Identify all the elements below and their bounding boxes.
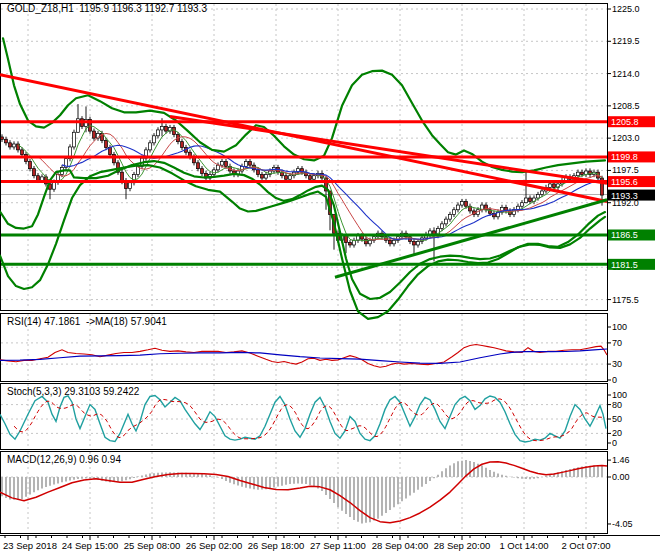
candle-body xyxy=(73,132,76,147)
rsi-axis-label: 100 xyxy=(612,322,627,332)
candle-body xyxy=(217,165,220,170)
candle-body xyxy=(249,162,252,166)
chart-title-ohlc: GOLD_Z18,H1 1195.9 1196.3 1192.7 1193.3 xyxy=(7,3,207,14)
candle-body xyxy=(225,162,228,167)
time-axis-label: 28 Sep 20:00 xyxy=(434,540,491,551)
candle-body xyxy=(417,241,420,245)
rsi-axis-label: 70 xyxy=(612,338,622,348)
rsi-indicator-label: RSI(14) 47.1861 ->MA(18) 57.9041 xyxy=(7,316,167,327)
candle-body xyxy=(21,150,24,155)
price-badge-label: 1195.6 xyxy=(611,177,638,187)
macd-axis-label: 1.46 xyxy=(612,455,630,465)
candle-body xyxy=(105,140,108,147)
price-axis-label: 1225.0 xyxy=(612,4,640,14)
candle-body xyxy=(529,198,532,202)
candle-body xyxy=(201,169,204,174)
candle-body xyxy=(313,176,316,180)
price-badge-label: 1199.8 xyxy=(611,152,638,162)
candle-body xyxy=(261,175,264,179)
candle-body xyxy=(365,239,368,244)
candle-body xyxy=(93,131,96,138)
candle-body xyxy=(309,176,312,180)
candle-body xyxy=(453,210,456,215)
time-axis-label: 27 Sep 11:00 xyxy=(310,540,366,551)
candle-body xyxy=(41,177,44,181)
rsi-axis-label: 0 xyxy=(612,375,617,385)
candle-body xyxy=(37,176,40,181)
candle-body xyxy=(581,172,584,174)
time-axis-label: 26 Sep 18:00 xyxy=(248,540,305,551)
time-axis-label: 24 Sep 15:00 xyxy=(62,540,119,551)
candle-body xyxy=(553,184,556,188)
candle-body xyxy=(369,240,372,244)
candle-body xyxy=(289,176,292,180)
candle-body xyxy=(153,136,156,143)
candle-body xyxy=(393,240,396,244)
candle-body xyxy=(449,214,452,219)
candle-body xyxy=(457,205,460,210)
candle-body xyxy=(157,130,160,136)
stoch-axis-label: 100 xyxy=(612,390,627,400)
stoch-axis-label: 50 xyxy=(612,414,622,424)
chart-canvas[interactable]: 1225.01219.51214.01208.51203.01197.51192… xyxy=(0,0,660,560)
candle-body xyxy=(445,219,448,224)
time-axis-label: 1 Oct 14:00 xyxy=(499,540,548,551)
stoch-axis-label: 0 xyxy=(612,438,617,448)
price-axis-label: 1214.0 xyxy=(612,69,640,79)
price-axis-label: 1175.5 xyxy=(612,295,639,305)
candle-body xyxy=(389,240,392,244)
candle-body xyxy=(9,143,12,147)
candle-body xyxy=(285,176,288,180)
stoch-axis-label: 20 xyxy=(612,428,622,438)
stoch-indicator-label: Stoch(5,3,3) 29.3103 59.2422 xyxy=(7,386,139,397)
stoch-axis-label: 80 xyxy=(612,400,622,410)
candle-body xyxy=(265,175,268,179)
candle-body xyxy=(461,202,464,206)
price-axis-label: 1208.5 xyxy=(612,101,640,111)
candle-body xyxy=(541,191,544,195)
price-axis-label: 1197.5 xyxy=(612,165,639,175)
price-badge-label: 1181.5 xyxy=(611,260,638,270)
candle-body xyxy=(1,137,4,139)
candle-body xyxy=(33,169,36,176)
candle-body xyxy=(413,241,416,245)
candle-body xyxy=(197,163,200,169)
price-axis-label: 1219.5 xyxy=(612,36,640,46)
candle-body xyxy=(549,184,552,188)
candle-body xyxy=(525,198,528,203)
candle-body xyxy=(441,224,444,229)
candle-body xyxy=(577,172,580,176)
candle-body xyxy=(29,162,32,169)
candle-body xyxy=(345,236,348,243)
candle-body xyxy=(521,203,524,207)
macd-indicator-label: MACD(12,26,9) 0.96 0.94 xyxy=(7,454,121,465)
candle-body xyxy=(465,202,468,207)
time-axis-label: 2 Oct 07:00 xyxy=(561,540,610,551)
candle-body xyxy=(245,162,248,167)
trading-chart-window: 1225.01219.51214.01208.51203.01197.51192… xyxy=(0,0,660,560)
candle-body xyxy=(129,183,132,189)
price-axis-label: 1203.0 xyxy=(612,133,640,143)
macd-axis-label: -4.05 xyxy=(612,519,633,529)
rsi-axis-label: 30 xyxy=(612,359,622,369)
candle-body xyxy=(53,182,56,189)
price-badge-label: 1205.8 xyxy=(611,117,639,127)
price-badge-label: 1186.5 xyxy=(611,230,638,240)
candle-body xyxy=(13,144,16,147)
time-axis-label: 28 Sep 04:00 xyxy=(372,540,429,551)
candle-body xyxy=(537,194,540,198)
price-badge-label: 1193.3 xyxy=(611,191,638,201)
candle-body xyxy=(161,126,164,130)
time-axis-label: 25 Sep 08:00 xyxy=(124,540,181,551)
candle-body xyxy=(257,170,260,175)
candle-body xyxy=(221,162,224,166)
candle-body xyxy=(181,142,184,148)
candle-body xyxy=(165,126,168,131)
candle-body xyxy=(349,243,352,245)
time-axis-label: 26 Sep 02:00 xyxy=(186,540,243,551)
macd-axis-label: 0.00 xyxy=(612,472,630,482)
time-axis-label: 23 Sep 2018 xyxy=(3,540,57,551)
candle-body xyxy=(149,143,152,150)
candle-body xyxy=(5,139,8,143)
